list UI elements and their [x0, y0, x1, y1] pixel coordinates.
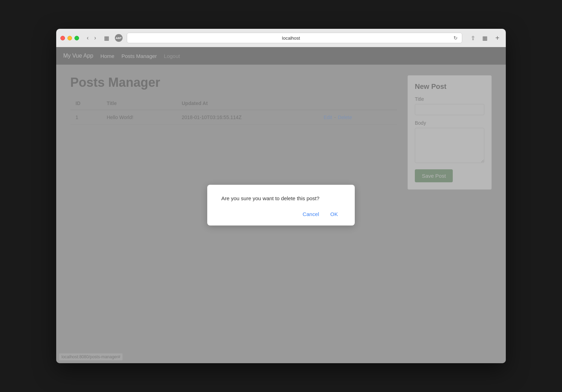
share-button[interactable]: ⇧ [468, 33, 478, 43]
browser-titlebar: ‹ › ▦ ABP localhost ↻ ⇧ ▦ + [56, 29, 506, 47]
modal-ok-button[interactable]: OK [327, 210, 341, 218]
modal-cancel-button[interactable]: Cancel [300, 210, 322, 218]
maximize-button[interactable] [74, 36, 79, 40]
forward-button[interactable]: › [92, 33, 98, 43]
adblock-icon: ABP [115, 34, 123, 42]
url-text: localhost [131, 35, 451, 41]
minimize-button[interactable] [67, 36, 72, 40]
url-bar[interactable]: localhost ↻ [127, 33, 463, 43]
modal-dialog: Are you sure you want to delete this pos… [207, 185, 355, 226]
app-container: My Vue App Home Posts Manager Logout Pos… [56, 47, 506, 363]
traffic-lights [60, 36, 79, 40]
nav-arrows: ‹ › [85, 33, 98, 43]
sidebar-toggle-button[interactable]: ▦ [101, 33, 112, 43]
browser-actions: ⇧ ▦ [468, 33, 490, 43]
modal-overlay: Are you sure you want to delete this pos… [56, 47, 506, 363]
browser-window: ‹ › ▦ ABP localhost ↻ ⇧ ▦ + My Vue App H… [56, 29, 506, 363]
back-button[interactable]: ‹ [85, 33, 91, 43]
tabs-button[interactable]: ▦ [479, 33, 490, 43]
close-button[interactable] [60, 36, 65, 40]
modal-actions: Cancel OK [221, 210, 341, 218]
add-tab-button[interactable]: + [493, 33, 502, 44]
refresh-button[interactable]: ↻ [453, 35, 458, 41]
modal-message: Are you sure you want to delete this pos… [221, 195, 341, 201]
